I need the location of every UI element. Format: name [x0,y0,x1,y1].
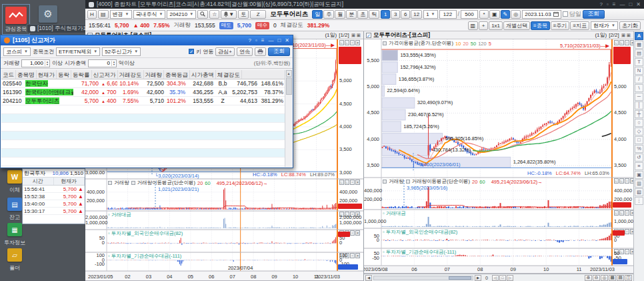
drawing-tool-button[interactable]: ⋮ [635,197,643,205]
market-filter-select[interactable]: 코스피▼ [3,47,31,56]
panel-expand-icons[interactable]: ▣▣ [621,33,631,38]
panel-expand-icons[interactable]: ▣▣ [351,33,361,38]
z-button[interactable]: Z [250,10,266,19]
favorites-icon[interactable] [5,7,27,24]
layout-button[interactable]: ≡주기 [551,21,570,30]
panel-mini-buttons[interactable]: ∟∟▫✕ [614,210,633,216]
panel-mini-buttons[interactable]: ∟∟▫✕ [614,229,633,234]
popup-header-cell[interactable]: 종목명 [16,70,37,79]
layout-button[interactable]: ≡종목 [531,21,550,30]
popup-header-cell[interactable]: 거래강도 [118,70,144,79]
drawing-tool-button[interactable]: / [635,75,643,83]
popup-header-cell[interactable]: 등락률 [71,70,92,79]
drawing-tool-button[interactable]: ≡ [635,162,643,170]
drawing-tool-button[interactable]: ▥ [635,180,643,188]
transfer-icon[interactable]: W [7,170,22,184]
panel-mini-buttons[interactable]: ∟∟▫✕ [614,40,633,45]
popup-query-button[interactable]: 조회 [268,47,290,56]
drawing-tool-button[interactable]: N [635,67,643,75]
sidebar-item-invest-info[interactable]: 투자정보 [0,239,31,246]
reset-button[interactable]: 초기화 [619,21,641,30]
popup-table-row[interactable]: 025540 한국단자 71,700 ▲ 6,600 10.14% 72,500… [1,79,285,88]
window-control-button[interactable]: □ [629,1,632,7]
main-titlebar[interactable]: [4000] 종합차트 [모두투어리츠|코스피|시총:414.82억|결산월:0… [85,0,644,9]
panel-mini-buttons[interactable]: ∟∟▫✕ [614,249,633,254]
candle-count-input[interactable] [439,10,457,19]
market-select[interactable]: 국내주식▼ [133,10,166,19]
popup-header-cell[interactable]: 코드 [1,70,16,79]
code-combo[interactable]: 204210▼ [167,10,196,19]
panel-mini-buttons[interactable]: ∟∟▫✕ [339,253,360,258]
panel-mini-buttons[interactable]: ∟∟▫✕ [339,230,360,236]
interval-button[interactable]: 12 [411,10,422,19]
popup-control-button[interactable]: □ [277,37,281,43]
layout-button[interactable]: 개별선택 [503,21,530,30]
new-high-popup[interactable]: [1105] 신고저가 ?▫≡—□✕ 코스피▼ 종목조건 ETF/ETN제외▼ … [0,35,293,168]
popup-table-row[interactable]: 204210 모두투어리츠 5,700 ▲ 400 7.55% 5,710 10… [1,97,285,105]
change-select[interactable]: 변경▼ [110,10,132,19]
gear-icon[interactable]: ⚙ [39,5,57,23]
toolbar-mini-button[interactable]: ✎ [501,10,511,19]
scroll-thumb[interactable] [286,77,292,95]
period-button[interactable]: 주 [323,10,334,19]
popup-header-cell[interactable]: 체결강도 [216,70,242,79]
continuous-button[interactable]: 연속 [237,47,253,56]
folder-icon[interactable]: ▱ [7,248,22,262]
popup-header-cell[interactable]: 거래량 [144,70,165,79]
drawing-tool-button[interactable]: % [635,145,643,153]
panel-mini-buttons[interactable]: ∟∟▫✕ [339,180,360,185]
chart-select-checkbox[interactable]: ✓ [366,33,371,38]
panel-mini-buttons[interactable]: ∟∟▫✕ [614,178,633,184]
interval-select[interactable]: 1▼ [423,10,437,19]
drawing-tool-button[interactable]: ▣ [635,171,643,179]
layout-button[interactable]: ▥ [468,21,479,30]
drawing-tool-button[interactable]: T [635,58,643,66]
popup-titlebar[interactable]: [1105] 신고저가 ?▫≡—□✕ [1,35,293,45]
favorite-star-button[interactable]: ☆ [209,10,219,19]
layout-button[interactable]: 1x1 [489,21,503,30]
query-button[interactable]: 조회 [583,10,605,19]
right-chart[interactable]: ✓ 모두투어리츠-[코스피] (1일) [2/2] ▣▣ ◀ ▶ 0 ◁□▷ ⊕… [364,31,633,281]
drawing-tool-button[interactable]: ▤ [635,49,643,57]
toolbar-mini-button[interactable]: ◎ [511,10,521,19]
drawing-tool-button[interactable]: ┼ [635,110,643,118]
tick-table-row[interactable]: 15:40:00 5,700 ▲ [23,200,85,208]
type-select[interactable]: 52주신고가▼ [102,47,141,56]
window-control-button[interactable]: — [619,1,625,7]
popup-header-cell[interactable]: 시가총액 [190,70,216,79]
tick-table-row[interactable]: 15:56:41 5,700 ▲ [23,186,85,193]
popup-header-cell[interactable]: 종목등급 [164,70,190,79]
drawing-tool-button[interactable]: ○ [635,119,643,127]
toolbar-mini-button[interactable]: ▣ [489,10,500,19]
drawing-tool-button[interactable]: ▧ [635,188,643,196]
t-button[interactable]: 토 [238,10,249,19]
popup-header-cell[interactable]: 현재가 [37,70,57,79]
candle-max-input[interactable] [461,10,478,19]
tick-table-row[interactable]: 15:30:17 5,700 ▲ [23,208,85,215]
popup-header-cell[interactable]: 등락 [57,70,71,79]
panel-mini-buttons[interactable]: ∟∟▫✕ [339,212,360,217]
drawing-tool-button[interactable]: │ [635,101,643,109]
right-chart-canvas[interactable] [364,31,633,281]
popup-header-cell[interactable]: 신고저가 [92,70,118,79]
cap-min-input[interactable] [89,60,111,67]
scroll-up-icon[interactable]: ▲ [286,70,292,77]
window-control-button[interactable]: ? [599,1,602,7]
period-button[interactable]: 일 [312,10,323,19]
tick-table-row[interactable]: 15:52:38 5,700 ▲ [23,193,85,200]
popup-control-button[interactable]: — [268,37,273,43]
popup-control-button[interactable]: ? [248,37,251,43]
period-button[interactable]: 틱 [369,10,379,19]
popup-control-button[interactable]: ▫ [255,37,257,43]
period-button[interactable]: 월 [335,10,345,19]
window-control-button[interactable]: ✕ [636,1,641,7]
period-button[interactable]: 분 [346,10,357,19]
drawing-tool-button[interactable]: ◇ [635,127,643,135]
sidebar-item-folder[interactable]: 폴더 [0,264,31,272]
period-button[interactable]: 초 [357,10,368,19]
popup-scrollbar[interactable]: ▲ [285,70,292,167]
popup-table-row[interactable]: 161390 한국타이어앤테크놀 42,000 ▲ 700 1.69% 42,6… [1,88,285,97]
key-link-checkbox[interactable]: ✓ [189,49,194,54]
tool-grid-button[interactable]: ▤ [98,10,109,19]
balance-icon[interactable]: ▤ [7,198,22,211]
